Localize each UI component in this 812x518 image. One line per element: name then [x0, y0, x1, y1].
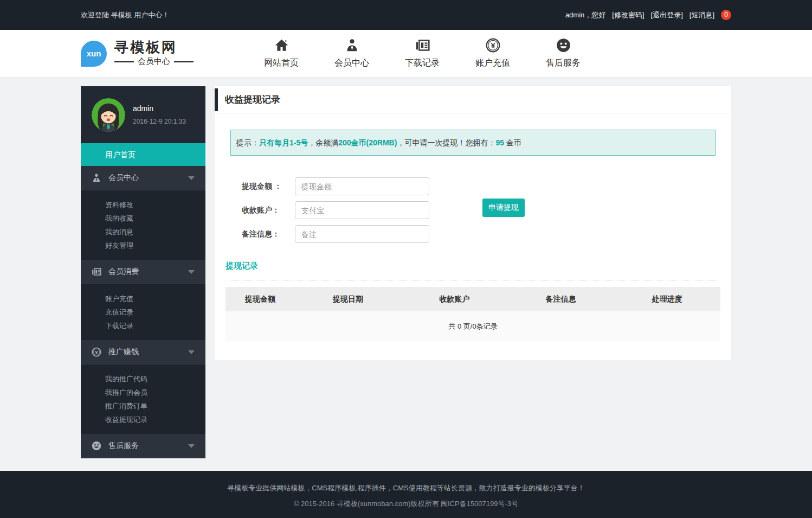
footer: 寻模板专业提供网站模板，CMS程序模板,程序插件，CMS使用教程等站长资源，致力…	[0, 471, 812, 518]
sidebar-item-profile-edit[interactable]: 资料修改	[81, 198, 205, 212]
sidebar-item-withdraw-records[interactable]: 收益提现记录	[81, 413, 205, 426]
sidebar-section-label: 推广赚钱	[108, 347, 139, 357]
nav-label: 下载记录	[398, 57, 447, 69]
remark-input[interactable]	[295, 225, 429, 243]
notice-prefix: 提示：	[236, 138, 259, 147]
notice-mid1: ，余额满	[308, 138, 338, 147]
chevron-down-icon	[188, 350, 195, 354]
sidebar-section-member-consume[interactable]: 会员消费	[81, 260, 205, 284]
withdraw-records-table: 提现金额 提现日期 收款账户 备注信息 处理进度 共 0 页/0条记录	[225, 287, 720, 341]
table-header-row: 提现金额 提现日期 收款账户 备注信息 处理进度	[225, 287, 720, 311]
site-subtitle-row: 会员中心	[114, 56, 194, 67]
page: 欢迎登陆 寻模板 用户中心！ admin，您好 [修改密码] [退出登录] [短…	[0, 0, 812, 518]
sidebar-item-my-promo-code[interactable]: 我的推广代码	[81, 372, 205, 386]
title-accent-bar	[215, 88, 218, 111]
profile-login-time: 2016-12-9 20:1:33	[133, 118, 186, 125]
service-icon	[92, 441, 101, 451]
remark-label: 备注信息：	[242, 229, 295, 239]
site-name: 寻模板网	[114, 40, 194, 54]
notice-highlight-threshold: 200金币(20RMB)	[338, 138, 397, 147]
records-heading: 提现记录	[225, 261, 720, 280]
chevron-down-icon	[188, 176, 195, 180]
sidebar: admin 2016-12-9 20:1:33 用户首页 会员中心 资料修改 我…	[81, 86, 205, 458]
notice-mid2: ，可申请一次提现！您拥有：	[397, 138, 495, 147]
sidebar-submenu-promotion-earn: 我的推广代码 我推广的会员 推广消费订单 收益提现记录	[81, 364, 205, 434]
sidebar-section-label: 会员消费	[108, 267, 139, 277]
site-logo[interactable]: xun 寻模板网 会员中心	[81, 40, 219, 67]
records-icon	[92, 267, 101, 277]
sidebar-item-download-records[interactable]: 下载记录	[81, 319, 205, 332]
notice-highlight-dates: 只有每月1-5号	[259, 138, 308, 147]
change-password-link[interactable]: [修改密码]	[612, 10, 644, 20]
content-area: admin 2016-12-9 20:1:33 用户首页 会员中心 资料修改 我…	[0, 78, 812, 471]
recharge-icon: ¥	[92, 347, 101, 357]
user-greeting: admin，您好	[565, 10, 605, 20]
sidebar-section-after-sale[interactable]: 售后服务	[81, 434, 205, 458]
message-count-badge[interactable]: 0	[721, 10, 731, 20]
sidebar-submenu-member-consume: 账户充值 充值记录 下载记录	[81, 284, 205, 340]
sidebar-item-promo-consume-orders[interactable]: 推广消费订单	[81, 399, 205, 413]
member-icon	[92, 173, 101, 183]
sidebar-item-account-recharge[interactable]: 账户充值	[81, 292, 205, 305]
payee-account-input[interactable]	[295, 201, 429, 219]
nav-site-home[interactable]: 网站首页	[257, 38, 306, 69]
nav-label: 网站首页	[257, 57, 306, 69]
sidebar-submenu-member-center: 资料修改 我的收藏 我的消息 好友管理	[81, 190, 205, 260]
recharge-icon: ¥	[486, 38, 500, 53]
notice-highlight-balance: 95	[495, 138, 504, 147]
chevron-down-icon	[188, 270, 195, 274]
nav-after-sale-service[interactable]: 售后服务	[539, 38, 588, 69]
subtitle-rule-right	[174, 61, 194, 62]
col-payee-account: 收款账户	[401, 295, 507, 304]
col-withdraw-date: 提现日期	[295, 295, 401, 304]
sidebar-item-user-home[interactable]: 用户首页	[81, 143, 205, 166]
withdraw-amount-label: 提现金额 ：	[242, 182, 295, 191]
messages-link[interactable]: [短消息]	[689, 10, 714, 20]
records-icon	[415, 38, 430, 53]
apply-withdraw-button[interactable]: 申请提现	[482, 199, 525, 217]
home-icon	[274, 38, 289, 53]
form-row-amount: 提现金额 ：	[242, 177, 708, 195]
member-icon	[345, 38, 359, 53]
form-row-account: 收款账户：	[242, 201, 708, 219]
logo-wordmark: 寻模板网 会员中心	[114, 40, 194, 67]
logout-link[interactable]: [退出登录]	[651, 10, 683, 20]
user-avatar	[92, 98, 125, 132]
sidebar-item-recharge-records[interactable]: 充值记录	[81, 305, 205, 319]
form-row-remark: 备注信息：	[242, 225, 708, 243]
subtitle-rule-left	[114, 61, 134, 62]
sidebar-section-label: 会员中心	[108, 173, 139, 183]
withdraw-amount-input[interactable]	[295, 177, 429, 195]
logo-bubble-icon: xun	[81, 41, 107, 67]
topbar: 欢迎登陆 寻模板 用户中心！ admin，您好 [修改密码] [退出登录] [短…	[0, 0, 812, 30]
withdraw-form: 提现金额 ： 收款账户： 备注信息： 申请提现	[242, 177, 708, 243]
logo-text: xun	[87, 49, 101, 58]
svg-text:¥: ¥	[95, 349, 98, 355]
svg-text:¥: ¥	[491, 41, 495, 50]
sidebar-item-my-promoted-members[interactable]: 我推广的会员	[81, 386, 205, 399]
nav-label: 售后服务	[539, 57, 588, 69]
header: xun 寻模板网 会员中心 网站首页	[0, 30, 812, 78]
sidebar-section-promotion-earn[interactable]: ¥ 推广赚钱	[81, 340, 205, 364]
footer-slogan: 寻模板专业提供网站模板，CMS程序模板,程序插件，CMS使用教程等站长资源，致力…	[0, 471, 812, 493]
sidebar-section-member-center[interactable]: 会员中心	[81, 166, 205, 190]
withdraw-notice: 提示：只有每月1-5号，余额满200金币(20RMB)，可申请一次提现！您拥有：…	[230, 130, 716, 156]
col-remark: 备注信息	[507, 295, 614, 304]
main-nav: 网站首页 会员中心 下载记录 ¥	[257, 38, 588, 69]
profile-username: admin	[133, 104, 186, 113]
sidebar-item-my-favorites[interactable]: 我的收藏	[81, 212, 205, 225]
sidebar-item-friends-manage[interactable]: 好友管理	[81, 239, 205, 252]
nav-label: 会员中心	[327, 57, 376, 69]
col-progress: 处理进度	[614, 295, 720, 304]
footer-copyright: © 2015-2016 寻模板(xunmoban.com)版权所有 闽ICP备1…	[0, 499, 812, 509]
payee-account-label: 收款账户：	[242, 206, 295, 215]
welcome-text: 欢迎登陆 寻模板 用户中心！	[81, 10, 169, 20]
sidebar-item-my-messages[interactable]: 我的消息	[81, 225, 205, 239]
site-subtitle: 会员中心	[138, 56, 170, 67]
nav-download-records[interactable]: 下载记录	[398, 38, 447, 69]
nav-label: 账户充值	[468, 57, 517, 69]
sidebar-section-label: 售后服务	[108, 441, 139, 451]
nav-account-recharge[interactable]: ¥ 账户充值	[468, 38, 517, 69]
service-icon	[556, 38, 571, 53]
nav-member-center[interactable]: 会员中心	[327, 38, 376, 69]
